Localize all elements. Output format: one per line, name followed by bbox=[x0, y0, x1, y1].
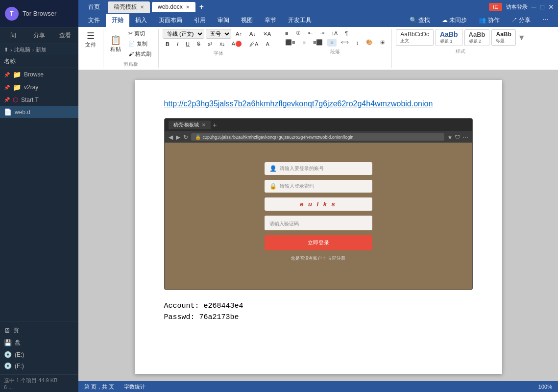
list-item[interactable]: 📄 web.d bbox=[0, 106, 78, 118]
shading-para-button[interactable]: 🎨 bbox=[363, 38, 376, 47]
italic-button[interactable]: I bbox=[174, 40, 181, 48]
ribbon-tab-review[interactable]: 审阅 bbox=[212, 14, 235, 27]
font-grow-button[interactable]: A↑ bbox=[233, 30, 245, 38]
drive-item-e[interactable]: 💿 (E:) bbox=[4, 349, 74, 360]
doc-url[interactable]: http://c2p3hg35jalss7b2a6hkmhzflgevkonqt… bbox=[164, 99, 473, 108]
sidebar-nav-item-view[interactable]: 查看 bbox=[52, 27, 78, 44]
ribbon-tab-layout[interactable]: 页面布局 bbox=[153, 14, 188, 27]
file-list: 📌 📁 Browse 📌 📁 v2ray 📌 ⬡ Start T 📄 web.d bbox=[0, 68, 78, 321]
tab-gaoke[interactable]: 稿壳模板 ✕ bbox=[108, 1, 150, 13]
ribbon-tab-bar: 文件 开始 插入 页面布局 引用 审阅 视图 章节 开发工具 🔍 查找 ☁ 未同… bbox=[78, 14, 558, 27]
align-left-button[interactable]: ⬛≡ bbox=[282, 38, 298, 47]
sidebar-nav-item-jian[interactable]: 间 bbox=[0, 27, 26, 44]
maximize-button[interactable]: □ bbox=[540, 3, 544, 11]
styles-more-button[interactable]: ▼ bbox=[518, 33, 526, 42]
drive-item-f[interactable]: 💿 (F:) bbox=[4, 360, 74, 371]
minimize-button[interactable]: ─ bbox=[532, 3, 536, 11]
refresh-button[interactable]: ↻ bbox=[183, 134, 188, 141]
ribbon-tab-insert[interactable]: 插入 bbox=[129, 14, 153, 27]
new-tab-button[interactable]: + bbox=[213, 121, 217, 129]
tab-add-button[interactable]: + bbox=[199, 2, 204, 11]
font-name-select[interactable]: 等线 (正文) bbox=[163, 29, 204, 39]
login-submit-button[interactable]: 立即登录 bbox=[265, 235, 372, 250]
ribbon-tab-start[interactable]: 开始 bbox=[106, 14, 129, 27]
clear-format-button[interactable]: ✕A bbox=[260, 30, 274, 38]
main-area: 首页 稿壳模板 ✕ web.docx ✕ + tE 访客登录 ─ □ ✕ 文件 … bbox=[78, 0, 558, 392]
tab-close-webdocx[interactable]: ✕ bbox=[186, 4, 190, 10]
align-distribute-button[interactable]: ⟺ bbox=[338, 38, 352, 47]
strikethrough-button[interactable]: S̶ bbox=[194, 40, 203, 48]
forward-button[interactable]: ▶ bbox=[176, 134, 180, 141]
list-item[interactable]: 📌 ⬡ Start T bbox=[0, 94, 78, 106]
underline-button[interactable]: U bbox=[183, 40, 193, 48]
style-heading2[interactable]: AaBb 标题 2 bbox=[464, 29, 490, 46]
captcha-input[interactable]: 请输入验证码 bbox=[265, 216, 372, 230]
highlight-button[interactable]: 🖊A bbox=[246, 40, 261, 48]
numbering-button[interactable]: ① bbox=[293, 29, 304, 37]
align-center-button[interactable]: ≡ bbox=[300, 39, 309, 47]
ribbon-tab-dev[interactable]: 开发工具 bbox=[282, 14, 317, 27]
font-color-button[interactable]: A🔴 bbox=[229, 40, 245, 48]
pin-icon: 📌 bbox=[4, 85, 10, 90]
back-button[interactable]: ◀ bbox=[169, 134, 173, 141]
register-link[interactable]: 您是否没有账户？ 立即注册 bbox=[265, 255, 372, 262]
drive-item[interactable]: 💾 盘 bbox=[4, 337, 74, 349]
password-input[interactable]: 🔒 请输入登录密码 bbox=[265, 180, 372, 193]
copy-button[interactable]: 📄 复制 bbox=[125, 39, 154, 49]
ribbon-tab-more[interactable]: ⋯ bbox=[536, 14, 554, 27]
shading-button[interactable]: A bbox=[263, 40, 272, 48]
ribbon-tab-sync[interactable]: ☁ 未同步 bbox=[436, 14, 473, 27]
bullets-button[interactable]: ≡ bbox=[282, 29, 291, 37]
login-label[interactable]: 访客登录 bbox=[506, 3, 528, 11]
username-input[interactable]: 👤 请输入要登录的账号 bbox=[265, 162, 372, 175]
font-size-select[interactable]: 五号 bbox=[206, 29, 231, 39]
style-heading3[interactable]: AaBb 标题 bbox=[491, 29, 515, 46]
list-item[interactable]: 📌 📁 Browse bbox=[0, 68, 78, 81]
ribbon-tab-share[interactable]: ↗ 分享 bbox=[506, 14, 536, 27]
bookmark-icon[interactable]: ★ bbox=[447, 134, 453, 141]
list-item[interactable]: 📌 📁 v2ray bbox=[0, 81, 78, 94]
align-justify-button[interactable]: ≡ bbox=[327, 39, 336, 47]
menu-icon[interactable]: ⋯ bbox=[462, 134, 468, 141]
indent-increase-button[interactable]: ⇥ bbox=[317, 29, 327, 37]
browser-content: 👤 请输入要登录的账号 🔒 请输入登录密码 e u l k s 请输入验证码 bbox=[165, 143, 472, 290]
ribbon-tab-ref[interactable]: 引用 bbox=[188, 14, 212, 27]
indent-decrease-button[interactable]: ⇤ bbox=[305, 29, 315, 37]
ribbon-tab-file[interactable]: 文件 bbox=[82, 14, 106, 27]
subscript-button[interactable]: x₂ bbox=[217, 40, 227, 48]
ribbon-btn-menu[interactable]: ☰ 文件 bbox=[82, 29, 99, 50]
tab-close-gaoke[interactable]: ✕ bbox=[140, 4, 144, 10]
sort-button[interactable]: ↕A bbox=[329, 29, 341, 37]
border-button[interactable]: ⊞ bbox=[377, 38, 388, 47]
breadcrumb-pc[interactable]: 此电脑 bbox=[14, 46, 30, 53]
tab-home[interactable]: 首页 bbox=[82, 1, 106, 13]
style-normal[interactable]: AaBbCcDc 正文 bbox=[396, 29, 434, 46]
breadcrumb-sub[interactable]: 新加 bbox=[36, 46, 47, 53]
style-heading1[interactable]: AaBb 标题 1 bbox=[436, 29, 462, 46]
statusbar-right: 100% bbox=[538, 384, 552, 390]
breadcrumb-arrow: › bbox=[10, 47, 12, 53]
ribbon-tab-chapter[interactable]: 章节 bbox=[259, 14, 282, 27]
font-shrink-button[interactable]: A↓ bbox=[246, 30, 259, 38]
ribbon-tab-view[interactable]: 视图 bbox=[235, 14, 259, 27]
shield-icon[interactable]: 🛡 bbox=[455, 134, 461, 141]
browser-tab-close-icon[interactable]: ✕ bbox=[202, 122, 206, 127]
paste-button[interactable]: 📋 粘贴 bbox=[107, 33, 124, 54]
file-name: web.d bbox=[15, 109, 30, 116]
align-right-button[interactable]: ≡⬛ bbox=[310, 38, 326, 47]
address-bar[interactable]: 🔒 c2p3hg35jalss7b2a6hkmhzflgevkonqt7g6jz… bbox=[191, 133, 444, 141]
close-button[interactable]: ✕ bbox=[548, 3, 554, 11]
superscript-button[interactable]: x² bbox=[205, 40, 215, 48]
tab-webdocx[interactable]: web.docx ✕ bbox=[152, 2, 195, 12]
line-spacing-button[interactable]: ↕ bbox=[353, 39, 362, 47]
cut-button[interactable]: ✂ 剪切 bbox=[125, 29, 154, 38]
sidebar-nav: 间 分享 查看 bbox=[0, 27, 78, 44]
ribbon-tab-collab[interactable]: 👥 协作 bbox=[473, 14, 505, 27]
drive-item[interactable]: 🖥 资 bbox=[4, 324, 74, 337]
ribbon-tab-search[interactable]: 🔍 查找 bbox=[404, 14, 436, 27]
format-brush-button[interactable]: 🖌 格式刷 bbox=[125, 49, 154, 59]
browser-tab-active[interactable]: 稿壳·模板城 ✕ bbox=[169, 121, 211, 129]
bold-button[interactable]: B bbox=[163, 40, 172, 48]
show-marks-button[interactable]: ¶ bbox=[342, 29, 351, 37]
sidebar-nav-item-share[interactable]: 分享 bbox=[26, 27, 52, 44]
